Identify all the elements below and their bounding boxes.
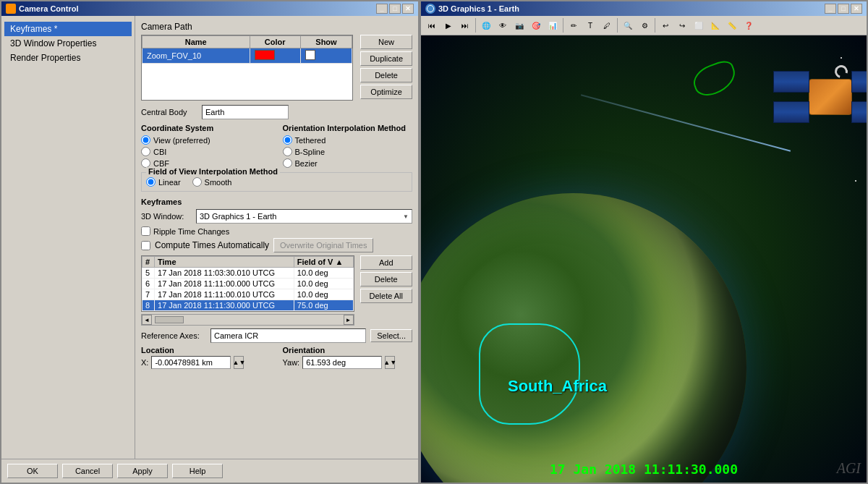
- toolbar-chart-button[interactable]: 📊: [545, 17, 561, 33]
- orient-interp-title: Orientation Interpolation Method: [283, 124, 413, 132]
- scroll-right-button[interactable]: ►: [344, 315, 354, 325]
- location-title: Location: [141, 346, 271, 354]
- solar-panel-right-bottom: [851, 101, 867, 123]
- scroll-track: [152, 316, 344, 323]
- close-button[interactable]: ✕: [402, 4, 414, 14]
- radio-cbi[interactable]: CBI: [141, 147, 271, 156]
- radio-smooth[interactable]: Smooth: [192, 177, 232, 187]
- location-x-field: X: ▲▼: [141, 356, 271, 369]
- delete-keyframe-button[interactable]: Delete: [360, 272, 412, 286]
- toolbar-sep-4: [655, 18, 655, 33]
- orientation-title: Orientation: [283, 346, 413, 354]
- toolbar-play-button[interactable]: ▶: [441, 17, 456, 33]
- toolbar-help-button[interactable]: ❓: [741, 17, 757, 33]
- delete-all-keyframes-button[interactable]: Delete All: [360, 289, 412, 303]
- path-show: [300, 48, 352, 64]
- radio-bezier[interactable]: Bezier: [283, 158, 413, 168]
- overwrite-button[interactable]: Overwrite Original Times: [273, 238, 373, 252]
- right-close-button[interactable]: ✕: [851, 4, 862, 14]
- help-button[interactable]: Help: [172, 464, 223, 478]
- toolbar-measure-button[interactable]: 📐: [707, 17, 723, 33]
- toolbar-zoom-button[interactable]: 🔍: [620, 17, 636, 33]
- toolbar-forward-button[interactable]: ⏭: [457, 17, 473, 33]
- 3d-globe-icon: [425, 4, 435, 14]
- toolbar-globe-button[interactable]: 🌐: [478, 17, 494, 33]
- agi-logo: AGI: [837, 460, 861, 477]
- path-color: [250, 48, 300, 64]
- toolbar-camera-button[interactable]: 📷: [511, 17, 527, 33]
- timestamp-display: 17 Jan 2018 11:11:30.000: [550, 462, 738, 477]
- app-icon: [6, 4, 16, 14]
- scroll-thumb[interactable]: [155, 316, 184, 323]
- sidebar-item-render[interactable]: Render Properties: [4, 51, 132, 65]
- kf-time: 17 Jan 2018 11:11:00.010 UTCG: [155, 289, 294, 300]
- optimize-button[interactable]: Optimize: [360, 85, 412, 99]
- sidebar-item-3dwindow[interactable]: 3D Window Properties: [4, 36, 132, 51]
- toolbar-rewind-button[interactable]: ⏮: [424, 17, 440, 33]
- reference-axes-input[interactable]: [210, 328, 366, 343]
- maximize-button[interactable]: □: [389, 4, 401, 14]
- ok-button[interactable]: OK: [7, 464, 58, 478]
- cancel-button[interactable]: Cancel: [62, 464, 113, 478]
- coord-sys-radios: View (preferred) CBI CBF: [141, 135, 271, 168]
- x-label: X:: [141, 358, 148, 367]
- right-minimize-button[interactable]: _: [825, 4, 836, 14]
- table-row[interactable]: 5 17 Jan 2018 11:03:30.010 UTCG 10.0 deg: [142, 268, 354, 279]
- toolbar-ruler-button[interactable]: 📏: [724, 17, 740, 33]
- add-keyframe-button[interactable]: Add: [360, 255, 412, 270]
- kf-time: 17 Jan 2018 11:03:30.010 UTCG: [155, 268, 294, 279]
- apply-button[interactable]: Apply: [117, 464, 168, 478]
- location-group: Location X: ▲▼: [141, 346, 271, 369]
- titlebar-buttons: _ □ ✕: [376, 4, 414, 14]
- toolbar-eye-button[interactable]: 👁: [495, 17, 511, 33]
- left-content-area: Keyframes * 3D Window Properties Render …: [1, 16, 418, 459]
- yaw-input[interactable]: [302, 356, 382, 369]
- toolbar-pen-button[interactable]: 🖊: [599, 17, 615, 33]
- minimize-button[interactable]: _: [376, 4, 388, 14]
- toolbar-undo-button[interactable]: ↩: [658, 17, 673, 33]
- x-spin-button[interactable]: ▲▼: [234, 356, 244, 369]
- radio-bspline[interactable]: B-Spline: [283, 147, 413, 156]
- col-show: Show: [300, 36, 352, 48]
- 3d-graphics-titlebar: 3D Graphics 1 - Earth _ □ ✕: [421, 1, 867, 16]
- table-row[interactable]: 8 17 Jan 2018 11:11:30.000 UTCG 75.0 deg: [142, 300, 354, 311]
- ripple-time-checkbox[interactable]: [141, 226, 150, 236]
- table-row[interactable]: Zoom_FOV_10: [142, 48, 352, 64]
- new-button[interactable]: New: [360, 35, 412, 49]
- select-button[interactable]: Select...: [370, 329, 412, 342]
- keyframe-action-buttons: Add Delete Delete All: [360, 255, 412, 326]
- horizontal-scrollbar[interactable]: ◄ ►: [141, 314, 354, 326]
- orient-interp-radios: Tethered B-Spline Bezier: [283, 135, 413, 168]
- toolbar-settings-button[interactable]: ⚙: [637, 17, 652, 33]
- 3d-window-label: 3D Window:: [141, 212, 192, 221]
- scroll-left-button[interactable]: ◄: [142, 315, 152, 325]
- toolbar-text-button[interactable]: T: [582, 17, 598, 33]
- central-body-row: Central Body: [141, 105, 412, 119]
- toolbar-select-button[interactable]: ⬜: [691, 17, 707, 33]
- reference-axes-row: Reference Axes: Select...: [141, 328, 412, 343]
- satellite-body: [809, 79, 852, 115]
- right-maximize-button[interactable]: □: [838, 4, 849, 14]
- x-input[interactable]: [151, 356, 231, 369]
- 3d-window-dropdown[interactable]: 3D Graphics 1 - Earth ▼: [196, 209, 412, 224]
- table-row[interactable]: 7 17 Jan 2018 11:11:00.010 UTCG 10.0 deg: [142, 289, 354, 300]
- location-orientation-section: Location X: ▲▼ Orientation Yaw: ▲▼: [141, 346, 412, 369]
- radio-linear[interactable]: Linear: [146, 177, 181, 187]
- toolbar-redo-button[interactable]: ↪: [674, 17, 690, 33]
- toolbar-target-button[interactable]: 🎯: [528, 17, 544, 33]
- solar-panel-top: [773, 71, 809, 93]
- duplicate-button[interactable]: Duplicate: [360, 51, 412, 66]
- central-body-input[interactable]: [202, 105, 289, 119]
- sidebar: Keyframes * 3D Window Properties Render …: [1, 16, 135, 459]
- kf-table-container: # Time Field of V ▲ 5 17 Jan 2018 11:03:…: [141, 255, 354, 312]
- table-row[interactable]: 6 17 Jan 2018 11:11:00.000 UTCG 10.0 deg: [142, 279, 354, 289]
- radio-view[interactable]: View (preferred): [141, 135, 271, 145]
- radio-tethered[interactable]: Tethered: [283, 135, 413, 145]
- toolbar-pencil-button[interactable]: ✏: [566, 17, 582, 33]
- sidebar-item-keyframes[interactable]: Keyframes *: [4, 22, 132, 36]
- delete-button[interactable]: Delete: [360, 68, 412, 82]
- compute-times-checkbox[interactable]: [141, 241, 150, 250]
- 3d-window-row: 3D Window: 3D Graphics 1 - Earth ▼: [141, 209, 412, 224]
- camera-control-panel: Camera Control _ □ ✕ Keyframes * 3D Wind…: [0, 0, 420, 484]
- yaw-spin-button[interactable]: ▲▼: [385, 356, 395, 369]
